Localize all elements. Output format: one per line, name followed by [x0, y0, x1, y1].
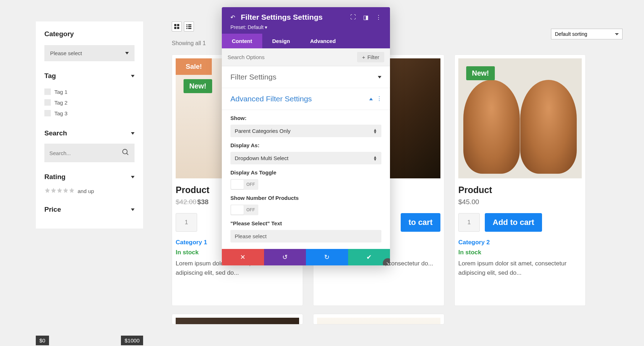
rating-title: Rating	[44, 173, 65, 181]
modal-footer: ✕ ↺ ↻ ✔	[222, 249, 390, 265]
product-image[interactable]	[176, 318, 299, 325]
select-arrows-icon: ▲▼	[373, 156, 377, 160]
sort-select[interactable]: Default sorting	[551, 29, 623, 39]
chevron-down-icon	[131, 75, 135, 77]
tag-item[interactable]: Tag 3	[44, 108, 135, 119]
tag-checkbox[interactable]	[44, 99, 51, 106]
please-select-input[interactable]	[230, 230, 381, 242]
close-button[interactable]: ✕	[222, 249, 264, 265]
filter-settings-section-header[interactable]: Filter Settings	[222, 66, 390, 88]
close-icon: ✕	[240, 253, 245, 261]
svg-rect-11	[188, 28, 191, 29]
svg-point-0	[123, 149, 127, 154]
undo-button[interactable]: ↺	[264, 249, 306, 265]
preset-selector[interactable]: Preset: Default ▾	[230, 24, 381, 30]
field-label: Show Number Of Products	[230, 195, 381, 201]
rating-row[interactable]: and up	[44, 187, 135, 195]
tag-title: Tag	[44, 72, 56, 80]
tab-content[interactable]: Content	[222, 34, 262, 48]
field-label: Display As Toggle	[230, 169, 381, 176]
display-as-toggle[interactable]: OFF	[230, 179, 258, 190]
tab-advanced[interactable]: Advanced	[300, 34, 346, 48]
rating-header[interactable]: Rating	[44, 173, 135, 181]
product-card	[172, 314, 303, 325]
search-icon[interactable]	[122, 148, 130, 158]
list-view-button[interactable]	[184, 21, 194, 32]
panel-icon[interactable]: ◨	[363, 14, 369, 21]
tag-checkbox[interactable]	[44, 110, 51, 116]
display-as-select[interactable]: Dropdown Multi Select ▲▼	[230, 152, 381, 164]
search-section: Search	[44, 129, 135, 162]
product-title[interactable]: Product	[458, 185, 582, 195]
qty-input[interactable]: 1	[176, 213, 197, 232]
redo-icon: ↻	[324, 253, 330, 261]
search-options-input[interactable]	[228, 54, 322, 60]
view-toggle	[172, 21, 206, 32]
tag-section: Tag Tag 1 Tag 2 Tag 3	[44, 72, 135, 119]
chevron-down-icon	[131, 208, 135, 211]
show-select[interactable]: Parent Categories Only ▲▼	[230, 125, 381, 137]
product-image[interactable]: New!	[458, 58, 582, 178]
search-input[interactable]	[49, 150, 113, 156]
qty-input[interactable]: 1	[458, 213, 480, 232]
svg-rect-8	[186, 26, 187, 27]
add-to-cart-button[interactable]: Add to cart	[485, 213, 542, 232]
stock-status: In stock	[458, 249, 582, 256]
tag-item[interactable]: Tag 1	[44, 86, 135, 97]
field-label: Show:	[230, 115, 381, 121]
current-price: $38	[197, 198, 209, 206]
product-card	[454, 314, 586, 325]
price-max[interactable]: $1000	[121, 336, 143, 345]
svg-rect-10	[186, 28, 187, 29]
svg-rect-4	[174, 27, 176, 29]
filter-settings-modal: ↶ Filter Settings Settings ⛶ ◨ ⋮ Preset:…	[222, 7, 390, 265]
add-to-cart-button[interactable]: to cart	[401, 213, 440, 232]
category-link[interactable]: Category 2	[458, 239, 582, 246]
modal-header[interactable]: ↶ Filter Settings Settings ⛶ ◨ ⋮ Preset:…	[222, 7, 390, 34]
svg-rect-5	[177, 27, 179, 29]
back-icon[interactable]: ↶	[230, 14, 235, 21]
price-min[interactable]: $0	[36, 336, 49, 345]
field-display-toggle: Display As Toggle OFF	[222, 164, 390, 190]
advanced-filter-settings-section-header[interactable]: Advanced Filter Settings ⋮	[222, 88, 390, 110]
select-value: Dropdown Multi Select	[235, 155, 288, 161]
grid-view-button[interactable]	[172, 21, 182, 32]
field-show-number: Show Number Of Products OFF	[222, 190, 390, 215]
toggle-state: OFF	[244, 182, 258, 187]
product-description: Lorem ipsum dolor sit amet, consectetur …	[458, 259, 582, 277]
btn-label: to cart	[409, 218, 433, 227]
tag-checkbox[interactable]	[44, 88, 51, 95]
search-title: Search	[44, 129, 67, 137]
chevron-down-icon	[131, 176, 135, 178]
more-icon[interactable]: ⋮	[376, 14, 381, 21]
chevron-down-icon	[378, 76, 381, 78]
plus-icon: +	[362, 54, 365, 60]
category-select[interactable]: Please select	[44, 45, 135, 61]
star-icons	[44, 187, 75, 195]
price-range: $0 $1000	[36, 336, 143, 345]
search-options-bar: +Filter	[222, 48, 390, 66]
products-grid-row2	[172, 314, 623, 325]
tab-design[interactable]: Design	[262, 34, 300, 48]
svg-rect-3	[177, 24, 179, 26]
field-label: Display As:	[230, 142, 381, 148]
tag-header[interactable]: Tag	[44, 72, 135, 80]
expand-icon[interactable]: ⛶	[350, 14, 356, 20]
price-header[interactable]: Price	[44, 206, 135, 213]
modal-title: Filter Settings Settings	[241, 13, 345, 21]
redo-button[interactable]: ↻	[306, 249, 348, 265]
toggle-knob	[231, 205, 244, 215]
price-title: Price	[44, 206, 61, 213]
product-image[interactable]	[317, 318, 440, 325]
show-number-toggle[interactable]: OFF	[230, 205, 258, 215]
tag-item[interactable]: Tag 2	[44, 97, 135, 108]
field-show: Show: Parent Categories Only ▲▼	[222, 110, 390, 137]
price-section: Price	[44, 206, 135, 213]
search-box	[44, 144, 135, 162]
more-vertical-icon[interactable]: ⋮	[376, 96, 381, 102]
filter-sidebar: Category Please select Tag Tag 1 Tag 2 T…	[36, 21, 143, 229]
select-value: Parent Categories Only	[235, 128, 291, 134]
svg-line-1	[127, 153, 128, 155]
add-filter-button[interactable]: +Filter	[357, 52, 384, 62]
search-header[interactable]: Search	[44, 129, 135, 137]
